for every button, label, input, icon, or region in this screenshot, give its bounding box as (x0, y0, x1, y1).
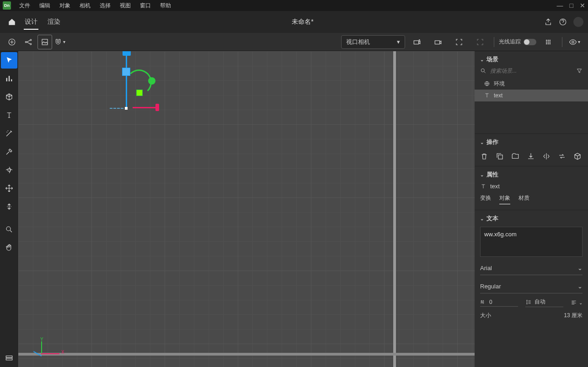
menu-help[interactable]: 帮助 (155, 2, 176, 10)
avatar[interactable] (573, 17, 583, 27)
scene-header[interactable]: ⌄ 场景 (475, 51, 588, 68)
menu-select[interactable]: 选择 (95, 2, 115, 10)
font-weight-select[interactable]: Regular ⌄ (480, 280, 583, 293)
menu-window[interactable]: 窗口 (135, 2, 155, 10)
transform-gizmo[interactable] (110, 51, 183, 170)
svg-point-11 (546, 42, 547, 43)
eyedropper-tool[interactable] (1, 144, 17, 160)
move-tool[interactable] (1, 180, 17, 197)
divider (494, 37, 494, 47)
svg-point-22 (481, 69, 484, 72)
render-settings-button[interactable] (541, 35, 556, 49)
delete-button[interactable] (480, 152, 488, 160)
menu-edit[interactable]: 编辑 (35, 2, 55, 10)
properties-header[interactable]: ⌄ 属性 (475, 166, 588, 183)
scene-search-input[interactable] (490, 68, 572, 74)
cube-tool[interactable] (1, 89, 17, 105)
zoom-tool[interactable] (1, 221, 17, 238)
text-content-input[interactable]: ww.x6g.com (480, 227, 583, 257)
svg-rect-21 (6, 356, 12, 358)
tab-object[interactable]: 对象 (499, 194, 510, 204)
text-panel: ⌄ 文本 ww.x6g.com Arial ⌄ Regular ⌄ 0 自动 (475, 210, 588, 319)
text-icon (484, 92, 490, 99)
app-badge: Dn (3, 1, 11, 10)
menu-camera[interactable]: 相机 (75, 2, 95, 10)
size-value[interactable]: 13 厘米 (564, 312, 583, 319)
close-button[interactable]: ✕ (580, 2, 585, 9)
minimize-button[interactable]: — (557, 2, 563, 9)
maximize-button[interactable]: □ (570, 2, 573, 9)
text-header[interactable]: ⌄ 文本 (475, 210, 588, 227)
font-family-select[interactable]: Arial ⌄ (480, 261, 583, 275)
camera-select[interactable]: 视口相机 ▾ (341, 35, 405, 49)
text-align-select[interactable]: ⌄ (571, 299, 583, 306)
duplicate-button[interactable] (496, 152, 504, 160)
menubar: Dn 文件 编辑 对象 相机 选择 视图 窗口 帮助 — □ ✕ (0, 0, 588, 11)
mirror-button[interactable] (542, 152, 551, 160)
right-panel: ⌄ 场景 环境 text ⌄ 操作 (475, 51, 588, 367)
axis-widget[interactable]: Y X (37, 339, 64, 362)
tool-rail (0, 51, 18, 367)
orbit-tool[interactable] (1, 162, 17, 178)
hand-tool[interactable] (1, 239, 17, 256)
swap-button[interactable] (558, 152, 566, 160)
scene-panel: ⌄ 场景 环境 text (475, 51, 588, 134)
canvas-edge-vertical (393, 51, 396, 367)
raytrace-label: 光线追踪 (499, 38, 521, 46)
add-object-button[interactable] (5, 35, 19, 49)
header: 设计 渲染 未命名* (0, 11, 588, 33)
image-placement-button[interactable] (37, 35, 52, 49)
tracking-input[interactable]: 0 (480, 299, 518, 307)
camera-bookmarks-button[interactable] (431, 35, 445, 49)
group-button[interactable] (511, 152, 519, 160)
menu-object[interactable]: 对象 (55, 2, 75, 10)
svg-point-15 (548, 43, 549, 44)
panel-toggle[interactable] (1, 349, 17, 365)
chevron-down-icon: ⌄ (480, 172, 484, 177)
svg-point-9 (548, 40, 549, 41)
tab-transform[interactable]: 变换 (480, 194, 491, 204)
filter-icon[interactable] (576, 68, 583, 74)
document-title: 未命名* (61, 18, 544, 26)
menu-file[interactable]: 文件 (15, 2, 35, 10)
property-object-name: text (490, 183, 500, 190)
chevron-down-icon: ⌄ (480, 140, 484, 145)
text-tool[interactable] (1, 107, 17, 123)
raytrace-toggle[interactable]: 光线追踪 (499, 38, 536, 46)
visibility-dropdown[interactable]: ▾ (567, 35, 582, 49)
snap-toggle[interactable]: ▾ (54, 38, 65, 46)
scene-item-environment[interactable]: 环境 (475, 78, 588, 90)
scene-item-text[interactable]: text (475, 90, 588, 101)
wand-tool[interactable] (1, 125, 17, 142)
svg-rect-20 (6, 358, 12, 360)
operations-header[interactable]: ⌄ 操作 (475, 134, 588, 150)
camera-add-button[interactable] (410, 35, 424, 49)
chart-tool[interactable] (1, 70, 17, 87)
svg-point-3 (30, 39, 32, 41)
home-button[interactable] (5, 15, 19, 29)
camera-frame-button[interactable] (452, 35, 466, 49)
tab-material[interactable]: 材质 (519, 194, 529, 204)
viewport[interactable]: Y X (18, 51, 475, 367)
window-controls: — □ ✕ (557, 2, 585, 9)
tab-render[interactable]: 渲染 (47, 11, 61, 32)
align-ground-button[interactable] (527, 152, 535, 160)
convert-button[interactable] (573, 152, 582, 160)
select-tool[interactable] (1, 52, 17, 69)
camera-reset-button[interactable] (473, 35, 487, 49)
leading-input[interactable]: 自动 (525, 298, 563, 307)
operations-panel: ⌄ 操作 (475, 134, 588, 166)
graph-tool-button[interactable] (21, 35, 36, 49)
tab-design[interactable]: 设计 (24, 11, 38, 32)
help-icon[interactable] (559, 18, 567, 26)
grid (18, 51, 475, 367)
svg-point-12 (548, 42, 549, 43)
share-icon[interactable] (544, 18, 552, 26)
dolly-tool[interactable] (1, 198, 17, 215)
svg-rect-24 (498, 155, 502, 159)
menu-view[interactable]: 视图 (115, 2, 135, 10)
svg-rect-5 (42, 39, 48, 45)
svg-point-4 (30, 43, 32, 45)
viewport-toolbar: ▾ 视口相机 ▾ 光线追踪 ▾ (0, 33, 588, 51)
canvas-edge-horizontal (18, 353, 475, 356)
